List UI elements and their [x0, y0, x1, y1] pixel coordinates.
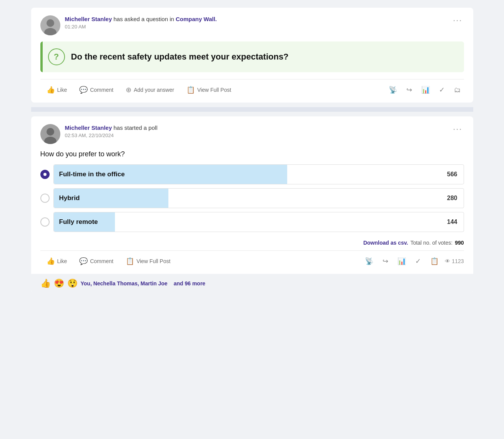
question-block: ? Do the recent safety updates meet your…: [40, 41, 464, 72]
post1-check-button[interactable]: ✓: [436, 83, 448, 96]
post1-author-line: Micheller Stanley has asked a question i…: [65, 15, 217, 23]
post2-clipboard-button[interactable]: 📋: [427, 255, 442, 268]
post1-broadcast-button[interactable]: 📡: [386, 83, 400, 96]
total-votes-label: Total no. of votes:: [410, 240, 452, 246]
post2-comment-label: Comment: [90, 258, 113, 264]
post1-share-button[interactable]: ↪: [403, 83, 415, 96]
post1-header: Micheller Stanley has asked a question i…: [40, 15, 464, 35]
poll-option-row-3[interactable]: Fully remote 144: [40, 212, 464, 232]
reaction-thumbs-up: 👍: [40, 278, 51, 288]
like-icon: 👍: [47, 86, 55, 94]
poll-radio-3[interactable]: [40, 217, 50, 227]
poll-question: How do you prefer to work?: [40, 150, 464, 158]
view-count-area: 👁 1123: [445, 258, 464, 264]
feed-container: Micheller Stanley has asked a question i…: [31, 8, 473, 298]
poll-option-count-3: 144: [444, 219, 464, 225]
view-count: 1123: [452, 258, 464, 264]
reaction-names: You, Nechella Thomas, Martin Joe: [81, 280, 168, 287]
post1-channel: Company Wall.: [176, 16, 217, 22]
post1-add-answer-button[interactable]: ⊕ Add your answer: [120, 83, 180, 97]
reaction-surprised: 😲: [67, 278, 78, 288]
poll-footer: Download as csv. Total no. of votes: 990: [40, 237, 464, 250]
download-csv-link[interactable]: Download as csv.: [363, 240, 408, 246]
poll-option-row-2[interactable]: Hybrid 280: [40, 188, 464, 208]
svg-point-1: [47, 19, 54, 27]
view-full-post-icon: 📋: [186, 86, 195, 94]
poll-option-row-1[interactable]: Full-time in the office 566: [40, 164, 464, 184]
post2-action-bar: 👍 Like 💬 Comment 📋 View Full Post 📡 ↪ 📊 …: [40, 250, 464, 274]
post1-action-text: has asked a question in: [113, 16, 174, 22]
post1-action-bar: 👍 Like 💬 Comment ⊕ Add your answer 📋 Vie…: [40, 79, 464, 103]
post2-author-line: Micheller Stanley has started a poll: [65, 124, 158, 132]
post2-like-label: Like: [57, 258, 67, 264]
post1-menu-button[interactable]: ···: [451, 15, 464, 25]
post2-right-actions: 📡 ↪ 📊 ✓ 📋 👁 1123: [362, 255, 464, 268]
post2-like-button[interactable]: 👍 Like: [40, 254, 73, 268]
question-icon: ?: [48, 48, 65, 65]
post2-share-button[interactable]: ↪: [379, 255, 391, 268]
post2-comment-icon: 💬: [79, 257, 88, 265]
reaction-heart-eyes: 😍: [54, 278, 64, 288]
poll-option-count-1: 566: [444, 171, 464, 178]
poll-option-bar-container-3[interactable]: Fully remote 144: [53, 212, 464, 232]
poll-option-label-1: Full-time in the office: [54, 171, 125, 178]
question-post-card: Micheller Stanley has asked a question i…: [31, 8, 473, 103]
post2-broadcast-button[interactable]: 📡: [362, 255, 376, 268]
post1-add-answer-label: Add your answer: [134, 87, 174, 93]
poll-option-bar-container-1[interactable]: Full-time in the office 566: [53, 164, 464, 184]
post2-author-name: Micheller Stanley: [65, 124, 112, 131]
poll-option-label-3: Fully remote: [54, 218, 98, 226]
post1-author-name: Micheller Stanley: [65, 16, 112, 22]
poll-option-bar-container-2[interactable]: Hybrid 280: [53, 188, 464, 208]
poll-option-label-2: Hybrid: [54, 194, 80, 202]
view-icon: 👁: [445, 258, 450, 264]
post1-comment-button[interactable]: 💬 Comment: [73, 83, 120, 97]
poll-radio-2[interactable]: [40, 194, 50, 203]
post2-comment-button[interactable]: 💬 Comment: [73, 254, 120, 268]
post1-view-full-post-button[interactable]: 📋 View Full Post: [180, 83, 237, 97]
total-votes-count: 990: [455, 240, 464, 246]
section-divider: [31, 107, 473, 112]
post2-like-icon: 👍: [47, 257, 55, 265]
post1-timestamp: 01:20 AM: [65, 24, 217, 30]
poll-post-card: Micheller Stanley has started a poll 02:…: [31, 116, 473, 293]
post2-meta: Micheller Stanley has started a poll 02:…: [65, 124, 158, 138]
post2-view-full-post-icon: 📋: [126, 257, 134, 265]
post2-check-button[interactable]: ✓: [412, 255, 424, 268]
post1-view-full-post-label: View Full Post: [197, 87, 231, 93]
post2-chart-button[interactable]: 📊: [394, 255, 409, 268]
reactions-bar: 👍 😍 😲 You, Nechella Thomas, Martin Joe a…: [31, 274, 473, 293]
poll-options-list: Full-time in the office 566 Hybrid 280 F: [40, 164, 464, 232]
post2-avatar: [40, 124, 60, 144]
post2-view-full-post-button[interactable]: 📋 View Full Post: [120, 254, 176, 268]
post1-chart-button[interactable]: 📊: [418, 83, 433, 96]
svg-point-4: [47, 128, 54, 136]
post1-right-actions: 📡 ↪ 📊 ✓ 🗂: [386, 83, 464, 96]
add-answer-icon: ⊕: [126, 86, 131, 94]
post1-avatar: [40, 15, 60, 35]
post1-archive-button[interactable]: 🗂: [451, 84, 464, 96]
post2-view-full-post-label: View Full Post: [136, 258, 170, 264]
poll-option-count-2: 280: [444, 195, 464, 202]
question-text: Do the recent safety updates meet your e…: [71, 51, 289, 63]
poll-radio-1[interactable]: [40, 170, 50, 179]
post1-like-button[interactable]: 👍 Like: [40, 83, 73, 97]
post1-comment-label: Comment: [90, 87, 113, 93]
post2-header: Micheller Stanley has started a poll 02:…: [40, 124, 464, 144]
post1-like-label: Like: [57, 87, 67, 93]
post1-meta: Micheller Stanley has asked a question i…: [65, 15, 217, 30]
post2-timestamp: 02:53 AM, 22/10/2024: [65, 133, 158, 138]
comment-icon: 💬: [79, 86, 88, 94]
reaction-more: and 96 more: [174, 280, 205, 287]
post2-menu-button[interactable]: ···: [451, 124, 464, 134]
